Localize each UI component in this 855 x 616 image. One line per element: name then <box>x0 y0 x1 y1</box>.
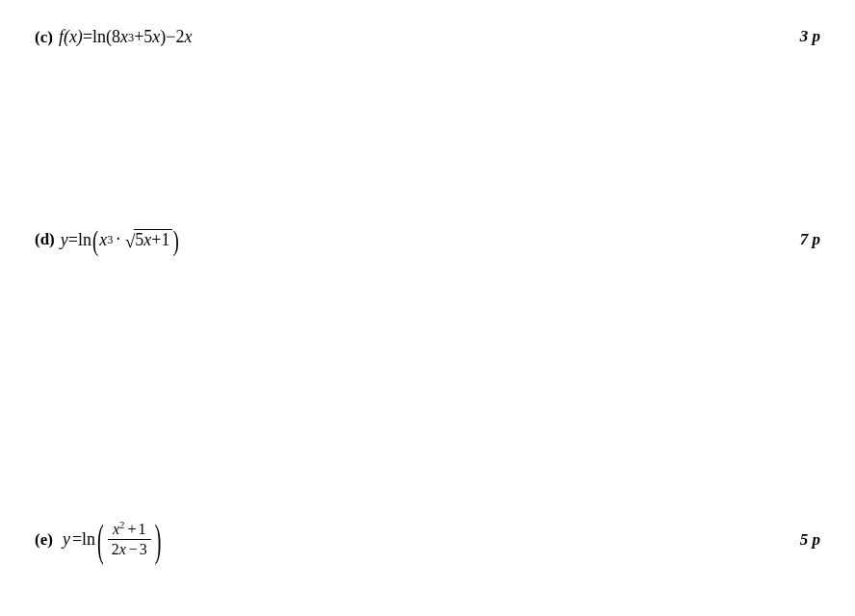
problem-d-equation: y = ln(x3 · √ 5x + 1 ) <box>61 229 180 250</box>
problem-e-label: (e) <box>35 530 53 550</box>
problem-c-points: 3 p <box>800 27 820 46</box>
problem-c-label: (c) <box>35 28 53 47</box>
problem-c-equation: f(x) = ln(8x3 + 5x) − 2x <box>59 27 193 47</box>
den-var: x <box>119 541 126 557</box>
problem-d-points: 7 p <box>800 230 820 249</box>
den-minus: − <box>126 541 140 557</box>
equals: = <box>83 27 92 47</box>
problem-c: (c) f(x) = ln(8x3 + 5x) − 2x 3 p <box>35 27 820 47</box>
sqrt: √ 5x + 1 <box>125 229 172 250</box>
rad-var: x <box>143 230 151 250</box>
den-const: 3 <box>140 541 147 557</box>
lhs-var: y <box>63 529 70 550</box>
ln: ln <box>82 529 95 550</box>
problem-d-label: (d) <box>35 230 55 249</box>
problem-e-points: 5 p <box>800 530 820 550</box>
problem-d-content: (d) y = ln(x3 · √ 5x + 1 ) <box>35 229 180 250</box>
problem-e: (e) y = ln( x2 + 1 2x − 3 ) 5 p <box>35 520 820 559</box>
paren-close: ) <box>153 518 164 562</box>
minus: − <box>166 27 175 47</box>
equals: = <box>68 230 78 250</box>
plus: + <box>134 27 143 47</box>
equals: = <box>72 529 82 550</box>
fraction: x2 + 1 2x − 3 <box>108 520 151 559</box>
lhs-arg: (x) <box>64 27 83 47</box>
t1-var: x <box>120 27 128 47</box>
dot-icon: · <box>116 229 120 249</box>
t2-coef: 5 <box>143 27 152 47</box>
den-coef: 2 <box>112 541 119 557</box>
f1-var: x <box>99 230 107 250</box>
rad-plus: + <box>151 230 161 250</box>
problem-d: (d) y = ln(x3 · √ 5x + 1 ) 7 p <box>35 229 820 250</box>
problem-c-content: (c) f(x) = ln(8x3 + 5x) − 2x <box>35 27 192 47</box>
paren-open: ( <box>95 518 106 562</box>
paren-open: ( <box>91 225 99 254</box>
num-plus: + <box>125 521 139 537</box>
t2-var: x <box>152 27 160 47</box>
denominator: 2x − 3 <box>108 539 151 559</box>
rad-coef: 5 <box>135 230 143 250</box>
rad-const: 1 <box>162 230 170 250</box>
paren-close: ) <box>172 225 180 254</box>
ln: ln <box>92 27 106 47</box>
lhs-var: y <box>61 230 68 250</box>
t3-var: x <box>184 27 192 47</box>
radicand: 5x + 1 <box>134 229 171 250</box>
num-const: 1 <box>139 521 146 537</box>
t1-coef: 8 <box>112 27 120 47</box>
numerator: x2 + 1 <box>109 520 150 539</box>
ln: ln <box>78 230 91 250</box>
problem-e-equation: y = ln( x2 + 1 2x − 3 ) <box>63 520 164 559</box>
problem-e-content: (e) y = ln( x2 + 1 2x − 3 ) <box>35 520 164 559</box>
